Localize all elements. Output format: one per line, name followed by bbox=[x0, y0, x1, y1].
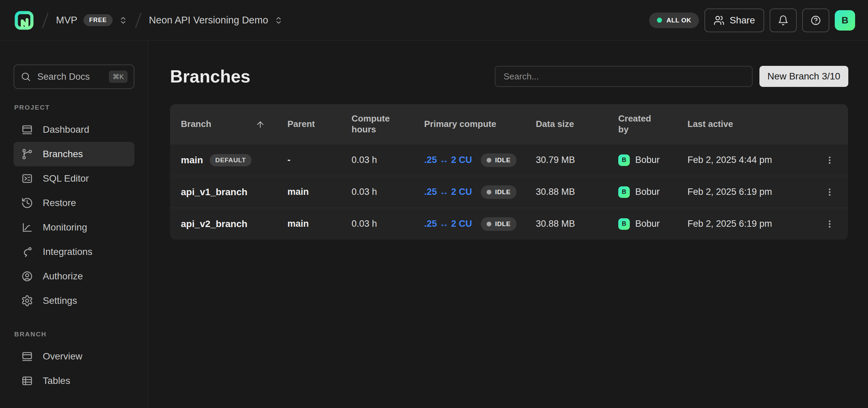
sidebar: Search Docs ⌘K PROJECT Dashboard Branche… bbox=[0, 41, 148, 408]
project-selector[interactable]: Neon API Versioning Demo bbox=[149, 15, 283, 26]
idle-dot bbox=[487, 190, 491, 194]
sidebar-item-label: Authorize bbox=[43, 271, 83, 282]
sidebar-item-label: Tables bbox=[43, 375, 70, 386]
row-menu-button[interactable] bbox=[822, 152, 838, 168]
branch-search-input[interactable] bbox=[495, 66, 753, 87]
row-menu-button[interactable] bbox=[822, 184, 838, 200]
sidebar-item-integrations[interactable]: Integrations bbox=[14, 240, 134, 264]
created-by-cell: B Bobur bbox=[618, 186, 687, 198]
org-selector[interactable]: MVP FREE bbox=[56, 14, 128, 26]
parent-cell: - bbox=[287, 155, 352, 165]
table-row[interactable]: main DEFAULT - 0.03 h .25 ↔ 2 CU IDLE 30… bbox=[170, 144, 848, 176]
avatar-initial: B bbox=[842, 15, 848, 26]
parent-cell: main bbox=[287, 219, 352, 229]
browser-icon bbox=[21, 350, 33, 363]
sidebar-item-label: Monitoring bbox=[43, 222, 87, 233]
bell-icon bbox=[778, 15, 789, 26]
terminal-icon bbox=[21, 172, 33, 185]
table-row[interactable]: api_v1_branch main 0.03 h .25 ↔ 2 CU IDL… bbox=[170, 176, 848, 208]
sidebar-item-branches[interactable]: Branches bbox=[14, 142, 134, 166]
table-row[interactable]: api_v2_branch main 0.03 h .25 ↔ 2 CU IDL… bbox=[170, 208, 848, 240]
branch-name: api_v2_branch bbox=[181, 219, 247, 229]
gear-icon bbox=[21, 295, 33, 307]
search-docs-trigger[interactable]: Search Docs ⌘K bbox=[14, 64, 134, 89]
breadcrumb: MVP FREE Neon API Versioning Demo bbox=[14, 10, 283, 31]
page-title: Branches bbox=[170, 66, 250, 87]
parent-cell: main bbox=[287, 187, 352, 197]
help-button[interactable] bbox=[802, 8, 829, 32]
created-by-cell: B Bobur bbox=[618, 218, 687, 230]
sidebar-item-sql-editor[interactable]: SQL Editor bbox=[14, 166, 134, 191]
compute-hours-cell: 0.03 h bbox=[352, 155, 424, 165]
compute-state-badge: IDLE bbox=[481, 217, 516, 231]
sidebar-item-label: Settings bbox=[43, 295, 77, 306]
avatar[interactable]: B bbox=[835, 10, 855, 31]
sidebar-item-monitoring[interactable]: Monitoring bbox=[14, 215, 134, 240]
sidebar-item-settings[interactable]: Settings bbox=[14, 289, 134, 313]
sidebar-item-label: SQL Editor bbox=[43, 173, 89, 184]
topbar-actions: ALL OK Share bbox=[649, 8, 855, 32]
compute-size-link[interactable]: .25 ↔ 2 CU bbox=[424, 155, 472, 165]
share-users-icon bbox=[714, 15, 724, 26]
new-branch-button[interactable]: New Branch 3/10 bbox=[759, 66, 848, 87]
last-active-cell: Feb 2, 2025 4:44 pm bbox=[687, 155, 820, 165]
primary-compute-cell: .25 ↔ 2 CU IDLE bbox=[424, 217, 536, 231]
row-menu-button[interactable] bbox=[822, 216, 838, 232]
status-badge[interactable]: ALL OK bbox=[649, 13, 699, 28]
primary-compute-cell: .25 ↔ 2 CU IDLE bbox=[424, 185, 536, 199]
sort-arrow-up-icon[interactable] bbox=[256, 120, 265, 129]
sidebar-item-authorize[interactable]: Authorize bbox=[14, 264, 134, 289]
sidebar-item-label: Overview bbox=[43, 351, 82, 362]
table-icon bbox=[21, 375, 33, 387]
table-header-row: Branch Parent Compute hours Primary comp… bbox=[170, 104, 848, 144]
status-label: ALL OK bbox=[666, 17, 691, 24]
status-ok-dot bbox=[657, 18, 662, 23]
branch-name: main bbox=[181, 155, 203, 166]
compute-size-link[interactable]: .25 ↔ 2 CU bbox=[424, 219, 472, 229]
neon-logo[interactable] bbox=[14, 10, 35, 31]
idle-dot bbox=[487, 158, 491, 163]
last-active-cell: Feb 2, 2025 6:19 pm bbox=[687, 219, 820, 229]
history-icon bbox=[21, 197, 33, 209]
kebab-menu-icon bbox=[825, 187, 834, 197]
project-name: Neon API Versioning Demo bbox=[149, 15, 268, 26]
compute-hours-cell: 0.03 h bbox=[352, 219, 424, 229]
chart-icon bbox=[21, 221, 33, 234]
git-branch-icon bbox=[21, 148, 33, 160]
kebab-menu-icon bbox=[825, 155, 834, 165]
column-header-parent[interactable]: Parent bbox=[287, 119, 352, 129]
sidebar-item-label: Branches bbox=[43, 149, 83, 160]
creator-name: Bobur bbox=[635, 187, 660, 197]
column-header-created-by: Created by bbox=[618, 113, 687, 134]
default-badge: DEFAULT bbox=[210, 154, 251, 166]
branches-table: Branch Parent Compute hours Primary comp… bbox=[170, 104, 848, 240]
section-label-branch: BRANCH bbox=[14, 331, 134, 338]
sidebar-item-label: Restore bbox=[43, 198, 76, 208]
sidebar-item-tables[interactable]: Tables bbox=[14, 369, 134, 393]
branch-name: api_v1_branch bbox=[181, 187, 247, 198]
user-circle-icon bbox=[21, 270, 33, 282]
compute-hours-cell: 0.03 h bbox=[352, 187, 424, 197]
column-header-branch[interactable]: Branch bbox=[181, 119, 287, 129]
creator-avatar: B bbox=[618, 186, 630, 198]
compute-state-badge: IDLE bbox=[481, 153, 516, 167]
column-header-data-size: Data size bbox=[536, 119, 618, 129]
share-label: Share bbox=[730, 15, 755, 26]
chevrons-up-down-icon bbox=[119, 15, 128, 25]
sidebar-item-dashboard[interactable]: Dashboard bbox=[14, 117, 134, 142]
creator-name: Bobur bbox=[635, 155, 660, 165]
topbar: MVP FREE Neon API Versioning Demo ALL OK bbox=[0, 0, 868, 41]
breadcrumb-separator bbox=[42, 12, 49, 28]
chevrons-up-down-icon bbox=[274, 15, 283, 25]
main-content: Branches New Branch 3/10 Branch Parent C… bbox=[148, 41, 868, 408]
primary-compute-cell: .25 ↔ 2 CU IDLE bbox=[424, 153, 536, 167]
share-button[interactable]: Share bbox=[704, 8, 764, 32]
data-size-cell: 30.79 MB bbox=[536, 155, 618, 165]
sidebar-item-restore[interactable]: Restore bbox=[14, 191, 134, 215]
creator-avatar: B bbox=[618, 154, 630, 166]
sidebar-item-overview[interactable]: Overview bbox=[14, 344, 134, 369]
idle-dot bbox=[487, 222, 491, 226]
compute-size-link[interactable]: .25 ↔ 2 CU bbox=[424, 187, 472, 197]
notifications-button[interactable] bbox=[770, 8, 797, 32]
browser-icon bbox=[21, 124, 33, 136]
